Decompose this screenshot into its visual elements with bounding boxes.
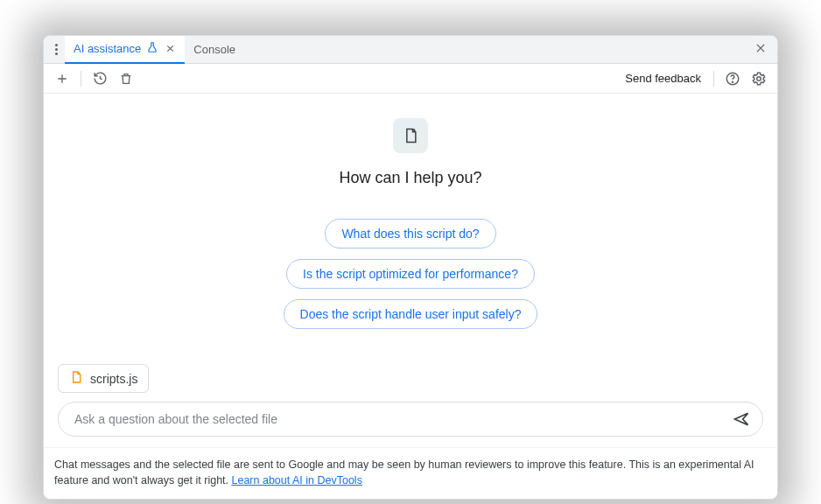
file-icon: [69, 370, 83, 387]
close-panel-icon[interactable]: [747, 40, 774, 59]
tab-label: Console: [193, 43, 235, 56]
delete-button[interactable]: [115, 67, 137, 90]
separator: [713, 71, 714, 87]
help-button[interactable]: [721, 67, 744, 90]
flask-icon: [146, 41, 158, 56]
context-filename: scripts.js: [90, 372, 137, 386]
svg-point-2: [757, 76, 761, 80]
suggestions-list: What does this script do? Is the script …: [284, 219, 538, 329]
devtools-panel: AI assistance Console: [43, 35, 778, 500]
close-tab-icon[interactable]: [164, 43, 176, 55]
new-chat-button[interactable]: [51, 67, 74, 90]
context-row: scripts.js: [54, 364, 767, 402]
prompt-input-container: [58, 402, 763, 437]
main-content: How can I help you? What does this scrip…: [44, 94, 777, 447]
context-file-chip[interactable]: scripts.js: [58, 364, 149, 393]
suggestion-pill[interactable]: What does this script do?: [325, 219, 495, 248]
suggestion-pill[interactable]: Does the script handle user input safely…: [284, 299, 538, 329]
hero-title: How can I help you?: [339, 169, 481, 187]
more-menu-button[interactable]: [47, 40, 65, 59]
send-feedback-link[interactable]: Send feedback: [620, 72, 706, 85]
settings-button[interactable]: [747, 67, 770, 90]
disclaimer-text: Chat messages and the selected file are …: [54, 458, 754, 486]
tab-ai-assistance[interactable]: AI assistance: [65, 36, 185, 64]
sparkle-page-icon: [393, 118, 428, 153]
separator: [81, 71, 81, 87]
prompt-input[interactable]: [73, 411, 729, 427]
send-button[interactable]: [729, 407, 754, 431]
suggestion-pill[interactable]: Is the script optimized for performance?: [286, 259, 535, 289]
tab-bar: AI assistance Console: [44, 36, 777, 64]
input-row: [54, 402, 767, 437]
toolbar: Send feedback: [44, 64, 777, 94]
history-button[interactable]: [88, 67, 111, 90]
learn-more-link[interactable]: Learn about AI in DevTools: [232, 474, 362, 486]
tab-console[interactable]: Console: [185, 36, 244, 64]
tab-label: AI assistance: [74, 42, 141, 55]
disclaimer-footer: Chat messages and the selected file are …: [44, 447, 777, 499]
svg-point-1: [733, 81, 733, 82]
